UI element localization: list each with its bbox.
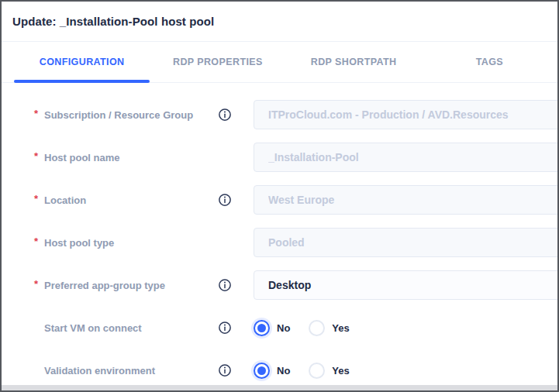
dialog-titlebar: Update: _Installation-Pool host pool xyxy=(2,2,557,42)
required-marker: * xyxy=(34,236,44,247)
tab-configuration[interactable]: CONFIGURATION xyxy=(14,42,150,82)
field-label-text: Host pool type xyxy=(44,237,114,249)
info-icon[interactable] xyxy=(218,108,232,122)
field-row-location: * Location xyxy=(34,185,557,215)
validation-environment-radio-no[interactable]: No xyxy=(254,363,290,379)
update-host-pool-dialog: Update: _Installation-Pool host pool CON… xyxy=(0,0,559,392)
required-marker: * xyxy=(34,278,44,290)
tab-configuration-label: CONFIGURATION xyxy=(40,57,125,67)
field-label: * Location xyxy=(34,194,218,206)
tab-bar: CONFIGURATION RDP PROPERTIES RDP SHORTPA… xyxy=(2,42,557,83)
start-vm-on-connect-radio-no[interactable]: No xyxy=(254,320,290,336)
field-row-start-vm-on-connect: Start VM on connect No Yes xyxy=(34,313,557,342)
dialog-title: Update: _Installation-Pool host pool xyxy=(12,15,214,28)
field-label-text: Subscription / Resource Group xyxy=(44,109,193,121)
info-icon[interactable] xyxy=(218,193,232,207)
required-marker: * xyxy=(34,193,44,205)
radio-label: No xyxy=(277,322,290,334)
info-icon[interactable] xyxy=(218,278,232,292)
preferred-app-group-type-input[interactable] xyxy=(254,270,559,300)
tab-rdp-shortpath[interactable]: RDP SHORTPATH xyxy=(286,42,422,82)
active-tab-underline xyxy=(14,80,150,83)
radio-label: Yes xyxy=(332,365,349,377)
info-icon[interactable] xyxy=(218,363,232,377)
horizontal-scrollbar[interactable] xyxy=(2,385,557,390)
field-label: Validation environment xyxy=(34,365,218,377)
field-label-text: Validation environment xyxy=(44,365,155,377)
configuration-form: * Subscription / Resource Group * Host p… xyxy=(2,83,557,385)
radio-label: Yes xyxy=(332,322,349,334)
field-label-text: Start VM on connect xyxy=(44,322,142,334)
start-vm-on-connect-radio-yes[interactable]: Yes xyxy=(309,320,349,336)
radio-circle xyxy=(309,320,325,336)
required-marker: * xyxy=(34,150,44,162)
location-input xyxy=(254,185,559,215)
start-vm-on-connect-radio-group: No Yes xyxy=(254,320,368,336)
field-row-host-pool-type: * Host pool type xyxy=(34,228,557,257)
host-pool-type-input xyxy=(254,228,559,257)
field-row-host-pool-name: * Host pool name xyxy=(34,143,557,172)
tab-rdp-properties-label: RDP PROPERTIES xyxy=(173,57,263,67)
field-row-preferred-app-group-type: * Preferred app-group type xyxy=(34,270,557,300)
field-label: * Host pool name xyxy=(34,152,218,163)
radio-label: No xyxy=(277,365,290,377)
radio-circle xyxy=(254,363,270,379)
field-label: * Preferred app-group type xyxy=(34,280,218,291)
field-label-text: Preferred app-group type xyxy=(44,280,165,291)
validation-environment-radio-yes[interactable]: Yes xyxy=(309,363,349,379)
validation-environment-radio-group: No Yes xyxy=(254,363,368,379)
tab-tags-label: TAGS xyxy=(476,57,503,67)
required-marker: * xyxy=(34,108,44,119)
host-pool-name-input xyxy=(254,143,559,172)
field-label-text: Host pool name xyxy=(44,152,120,163)
field-label: Start VM on connect xyxy=(34,322,218,334)
tab-rdp-properties[interactable]: RDP PROPERTIES xyxy=(150,42,285,82)
subscription-resource-group-input xyxy=(254,100,559,129)
field-row-validation-environment: Validation environment No Yes xyxy=(34,356,557,385)
radio-circle xyxy=(309,363,325,379)
info-icon[interactable] xyxy=(218,321,232,335)
field-label: * Host pool type xyxy=(34,237,218,249)
field-label-text: Location xyxy=(44,194,86,206)
tab-rdp-shortpath-label: RDP SHORTPATH xyxy=(311,57,397,67)
field-row-subscription-resource-group: * Subscription / Resource Group xyxy=(34,100,557,129)
radio-circle xyxy=(254,320,270,336)
field-label: * Subscription / Resource Group xyxy=(34,109,218,121)
tab-tags[interactable]: TAGS xyxy=(422,42,557,82)
